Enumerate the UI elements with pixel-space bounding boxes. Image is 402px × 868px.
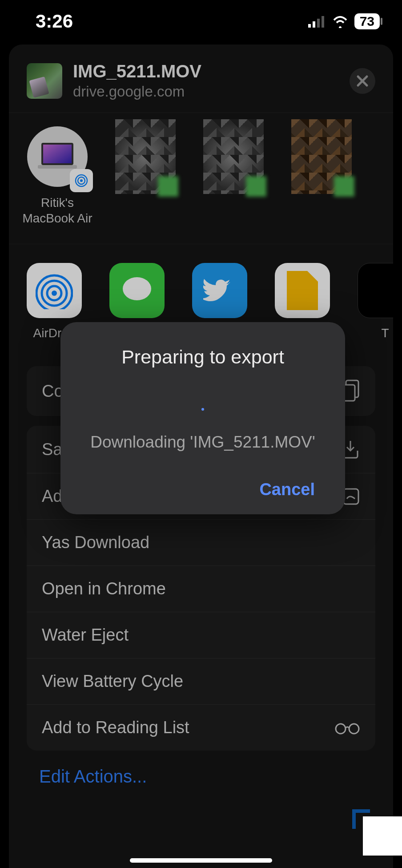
status-time: 3:26 <box>36 11 73 32</box>
airdrop-target-contact[interactable] <box>286 126 357 226</box>
action-label: Water Eject <box>42 626 129 645</box>
action-label: View Battery Cycle <box>42 672 183 691</box>
status-bar: 3:26 73 <box>0 0 402 43</box>
airdrop-target-label: Ritik's MacBook Air <box>22 195 92 226</box>
file-source: drive.google.com <box>73 83 339 100</box>
svg-rect-5 <box>43 145 72 163</box>
corner-patch <box>363 816 402 856</box>
spinner-icon <box>201 408 204 411</box>
airdrop-targets-row[interactable]: Ritik's MacBook Air <box>9 113 393 244</box>
dialog-title: Preparing to export <box>80 346 326 368</box>
app-other-icon <box>358 263 393 318</box>
edit-actions-label: Edit Actions... <box>39 767 147 786</box>
airdrop-target-device[interactable]: Ritik's MacBook Air <box>22 126 92 226</box>
macbook-icon <box>35 141 80 172</box>
reading-list-icon <box>334 721 360 735</box>
action-label: Open in Chrome <box>42 579 166 598</box>
svg-point-7 <box>80 179 83 182</box>
file-thumbnail <box>27 63 62 99</box>
svg-point-14 <box>123 277 151 300</box>
action-open-chrome[interactable]: Open in Chrome <box>27 566 375 612</box>
cellular-icon <box>308 15 326 28</box>
action-yas-download[interactable]: Yas Download <box>27 520 375 566</box>
file-name: IMG_5211.MOV <box>73 61 339 81</box>
wifi-icon <box>331 15 349 28</box>
home-indicator[interactable] <box>130 858 272 863</box>
airdrop-icon <box>36 272 73 309</box>
svg-rect-1 <box>313 21 315 28</box>
svg-point-10 <box>52 291 57 296</box>
dialog-message: Downloading 'IMG_5211.MOV' <box>80 433 326 452</box>
cancel-button[interactable]: Cancel <box>259 480 315 499</box>
keep-icon <box>287 271 318 310</box>
close-button[interactable] <box>350 68 375 94</box>
close-icon <box>356 75 369 87</box>
action-add-reading-list[interactable]: Add to Reading List <box>27 705 375 751</box>
battery-indicator: 73 <box>354 13 380 29</box>
messages-icon <box>119 273 155 308</box>
edit-actions-button[interactable]: Edit Actions... <box>9 751 393 803</box>
action-label: Add to Reading List <box>42 718 189 737</box>
svg-rect-3 <box>322 16 324 28</box>
svg-point-17 <box>336 724 346 734</box>
action-water-eject[interactable]: Water Eject <box>27 612 375 658</box>
app-other[interactable]: T <box>358 263 393 340</box>
svg-rect-0 <box>308 24 311 28</box>
svg-rect-2 <box>317 19 320 28</box>
airdrop-badge-icon <box>70 169 93 192</box>
export-dialog: Preparing to export Downloading 'IMG_521… <box>60 322 345 514</box>
action-view-battery-cycle[interactable]: View Battery Cycle <box>27 658 375 705</box>
twitter-icon <box>203 274 236 307</box>
battery-percent: 73 <box>357 14 377 29</box>
app-label: T <box>381 326 389 340</box>
airdrop-target-contact[interactable] <box>110 126 181 226</box>
status-right-cluster: 73 <box>308 13 380 29</box>
svg-point-18 <box>349 724 359 734</box>
airdrop-target-contact[interactable] <box>198 126 269 226</box>
action-label: Yas Download <box>42 533 149 552</box>
svg-rect-6 <box>38 165 77 169</box>
share-sheet-header: IMG_5211.MOV drive.google.com <box>9 44 393 113</box>
